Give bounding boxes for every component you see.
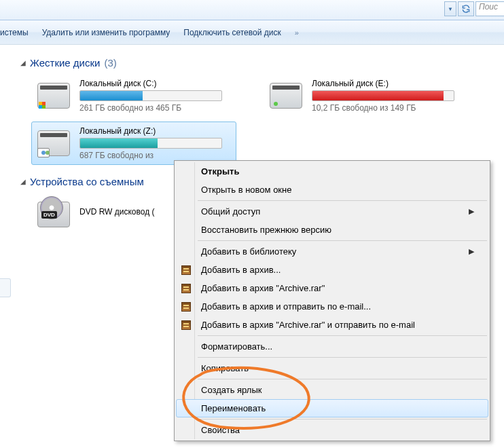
ctx-separator — [198, 335, 487, 336]
capacity-bar — [79, 138, 222, 149]
dvd-drive-icon: DVD — [36, 198, 71, 229]
address-dropdown-button[interactable]: ▼ — [444, 1, 456, 16]
ctx-copy[interactable]: Копировать — [176, 359, 488, 377]
hdd-icon — [36, 126, 71, 157]
collapse-icon: ◢ — [20, 178, 26, 185]
rar-icon — [181, 283, 192, 294]
command-bar: истемы Удалить или изменить программу По… — [0, 20, 504, 45]
menu-systems[interactable]: истемы — [0, 28, 29, 37]
ctx-open-new-window[interactable]: Открыть в новом окне — [176, 181, 488, 199]
ctx-label: Создать ярлык — [201, 385, 262, 395]
rar-icon — [181, 265, 192, 276]
ctx-separator — [198, 200, 487, 201]
ctx-add-archive[interactable]: Добавить в архив... — [176, 261, 488, 279]
group-title: Устройства со съемным — [30, 176, 144, 187]
submenu-arrow-icon: ▶ — [469, 247, 474, 256]
ctx-create-shortcut[interactable]: Создать ярлык — [176, 381, 488, 399]
hdd-icon — [268, 79, 304, 110]
capacity-bar — [312, 90, 454, 101]
ctx-label: Восстановить прежнюю версию — [201, 225, 331, 235]
drive-free-space: 687 ГБ свободно из — [79, 151, 229, 160]
ctx-separator — [198, 240, 487, 241]
ctx-label: Добавить в библиотеку — [201, 246, 296, 257]
ctx-add-library[interactable]: Добавить в библиотеку ▶ — [176, 242, 488, 261]
ctx-label: Общий доступ — [201, 206, 260, 217]
rar-icon — [181, 301, 192, 312]
group-title: Жесткие диски — [30, 57, 100, 69]
menu-uninstall-program[interactable]: Удалить или изменить программу — [42, 28, 170, 37]
ctx-open[interactable]: Открыть — [176, 162, 488, 181]
drive-free-space: 261 ГБ свободно из 465 ГБ — [79, 103, 229, 113]
ctx-label: Открыть — [201, 166, 239, 176]
context-menu: Открыть Открыть в новом окне Общий досту… — [174, 160, 490, 441]
ctx-label: Копировать — [201, 363, 249, 373]
ctx-label: Добавить в архив "Archive.rar" и отправи… — [201, 320, 415, 330]
dvd-label-icon: DVD — [41, 211, 57, 219]
drive-item-z[interactable]: Локальный диск (Z:) 687 ГБ свободно из — [31, 122, 236, 165]
menu-map-network-drive[interactable]: Подключить сетевой диск — [183, 28, 281, 37]
ctx-add-archive-email[interactable]: Добавить в архив и отправить по e-mail..… — [176, 297, 488, 316]
drive-label: Локальный диск (Z:) — [79, 126, 229, 136]
ctx-label: Форматировать... — [201, 341, 272, 352]
ctx-sharing[interactable]: Общий доступ ▶ — [176, 202, 488, 221]
ctx-add-archive-rar-email[interactable]: Добавить в архив "Archive.rar" и отправи… — [176, 316, 488, 334]
submenu-arrow-icon: ▶ — [469, 207, 474, 216]
ctx-rename[interactable]: Переименовать — [176, 399, 488, 417]
drive-free-space: 10,2 ГБ свободно из 149 ГБ — [312, 103, 461, 113]
refresh-button[interactable] — [458, 1, 474, 16]
ctx-label: Добавить в архив и отправить по e-mail..… — [201, 301, 371, 312]
drive-label: Локальный диск (C:) — [79, 79, 229, 88]
capacity-bar — [79, 90, 222, 101]
hdd-icon — [36, 79, 71, 110]
drive-label: Локальный диск (E:) — [312, 79, 461, 88]
ctx-label: Добавить в архив "Archive.rar" — [201, 283, 325, 293]
ctx-format[interactable]: Форматировать... — [176, 337, 488, 356]
ctx-label: Добавить в архив... — [201, 265, 281, 275]
windows-badge-icon — [39, 102, 46, 109]
address-toolbar: ▼ Поис — [0, 0, 504, 20]
nav-pane-edge — [0, 278, 11, 297]
ctx-add-archive-rar[interactable]: Добавить в архив "Archive.rar" — [176, 279, 488, 297]
ctx-separator — [198, 379, 487, 379]
shared-badge-icon — [37, 148, 50, 157]
ctx-separator — [198, 357, 487, 358]
group-count: (3) — [104, 57, 116, 69]
collapse-icon: ◢ — [20, 59, 26, 67]
ctx-label: Открыть в новом окне — [201, 185, 291, 195]
ctx-properties[interactable]: Свойства — [176, 421, 488, 439]
search-input[interactable]: Поис — [475, 1, 504, 16]
ctx-restore-previous[interactable]: Восстановить прежнюю версию — [176, 221, 488, 239]
ctx-label: Свойства — [201, 425, 240, 435]
ctx-separator — [198, 419, 487, 419]
drive-item-c[interactable]: Локальный диск (C:) 261 ГБ свободно из 4… — [31, 74, 236, 117]
rar-icon — [181, 320, 192, 331]
group-header-hdd[interactable]: ◢ Жесткие диски (3) — [20, 57, 504, 69]
ctx-label: Переименовать — [201, 403, 266, 413]
drive-item-e[interactable]: Локальный диск (E:) 10,2 ГБ свободно из … — [264, 74, 469, 117]
menu-overflow[interactable]: » — [295, 29, 299, 37]
